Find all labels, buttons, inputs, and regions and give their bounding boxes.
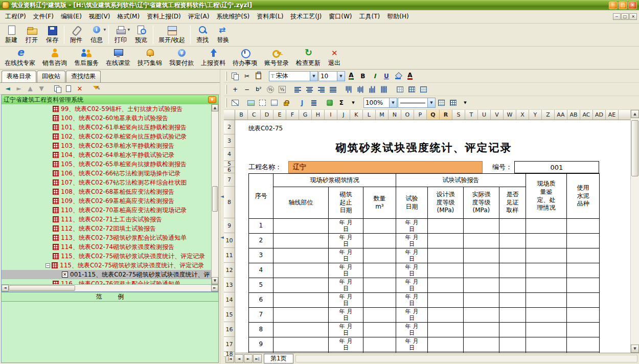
row-header-14[interactable]: 14 xyxy=(224,292,235,307)
cell-actual-row5[interactable] xyxy=(463,278,499,293)
collapse-arrow-icon[interactable]: ◄ xyxy=(220,194,224,199)
menu-item-3[interactable]: 编辑(E) xyxy=(57,10,85,23)
cell-test-date-row2[interactable]: 年 月日 xyxy=(396,234,427,248)
cell-axis-row4[interactable] xyxy=(273,263,328,278)
sheet-tab-page1[interactable]: 第1页 xyxy=(264,354,293,363)
header-witness[interactable]: 是否见证取样 xyxy=(499,187,526,219)
editor-scroll-up-button[interactable]: ▲ xyxy=(631,110,639,118)
header-build-date[interactable]: 砌筑起止日期 xyxy=(328,187,363,219)
row-header-13[interactable]: 13 xyxy=(224,278,235,292)
project-name-field[interactable]: 辽宁 xyxy=(288,161,483,173)
font-size-select[interactable]: 10 ▼ xyxy=(318,71,345,81)
row-header-18[interactable]: 18 xyxy=(224,352,235,357)
form-title[interactable]: 砌筑砂浆试块强度统计、评定记录 xyxy=(248,134,599,161)
autosum-button[interactable]: Σ xyxy=(336,98,347,108)
cell-test-date-row7[interactable]: 年 月日 xyxy=(396,308,427,323)
tree-item-17[interactable]: 115、统表C02-75砌筑砂浆试块强度统计、评定记录 xyxy=(2,252,211,261)
row-header-17[interactable]: 17 xyxy=(224,337,235,352)
mdi-close-button[interactable]: ✕ xyxy=(629,13,637,20)
border-color-button[interactable] xyxy=(448,98,459,108)
font-color-button[interactable]: A xyxy=(404,71,416,81)
decrease-button[interactable]: − xyxy=(241,84,253,95)
cell-seq-row7[interactable]: 7 xyxy=(248,308,273,323)
numbering-button[interactable] xyxy=(308,98,320,108)
tree-item-18[interactable]: −115、统表C02-75砌筑砂浆试块强度统计、评定记录 xyxy=(2,261,211,270)
new-node-button[interactable] xyxy=(63,83,74,94)
cell-cement-row6[interactable] xyxy=(566,293,599,308)
cell-site-quality-row1[interactable] xyxy=(526,219,566,234)
cell-seq-row4[interactable]: 4 xyxy=(248,263,273,278)
exit-button[interactable]: 退出 xyxy=(324,47,345,69)
column-header-AE[interactable]: AE xyxy=(606,110,619,120)
cell-test-date-row4[interactable]: 年 月日 xyxy=(396,263,427,278)
tree-item-9[interactable]: 107、统表C02-67钻芯法检测芯样综合柱状图 xyxy=(2,178,211,187)
cell-build-date-row5[interactable]: 年 月日 xyxy=(328,278,363,293)
cell-build-date-row7[interactable]: 年 月日 xyxy=(328,308,363,323)
menu-item-13[interactable]: 帮助(H) xyxy=(383,10,412,23)
cell-qty-row-partial[interactable] xyxy=(363,352,396,353)
editor-vertical-scrollbar[interactable]: ▲ ▼ xyxy=(630,110,639,353)
cell-axis-row2[interactable] xyxy=(273,234,328,248)
column-header-U[interactable]: U xyxy=(478,110,491,120)
tree-scroll-down-button[interactable]: ▼ xyxy=(212,277,218,284)
cell-axis-row-partial[interactable] xyxy=(273,352,328,353)
mdi-minimize-button[interactable]: ─ xyxy=(613,13,621,20)
menu-item-6[interactable]: 资料上报(D) xyxy=(143,10,185,23)
tree-item-15[interactable]: 113、统表C02-73砌筑砂浆配合比试验通知单 xyxy=(2,233,211,242)
cell-qty-row2[interactable] xyxy=(363,234,396,248)
cell-design-row8[interactable] xyxy=(427,323,463,337)
editor-scroll-down-button[interactable]: ▼ xyxy=(631,345,639,353)
open-button[interactable]: 打开 xyxy=(21,24,42,46)
cell-axis-row7[interactable] xyxy=(273,308,328,323)
zoom-arrow-icon[interactable]: ▼ xyxy=(389,98,397,107)
borders-dropdown[interactable]: ▼ xyxy=(460,98,471,108)
menu-item-7[interactable]: 评定(A) xyxy=(185,10,213,23)
next-sheet-button[interactable]: ► xyxy=(244,354,253,363)
cell-seq-row9[interactable]: 9 xyxy=(248,337,273,352)
tree-scroll-track[interactable] xyxy=(212,111,218,277)
cell-actual-row8[interactable] xyxy=(463,323,499,337)
tree-item-5[interactable]: 103、统表C02-63单桩水平静载检测报告 xyxy=(2,141,211,150)
cell-cement-row4[interactable] xyxy=(566,263,599,278)
header-qty[interactable]: 数量m³ xyxy=(363,187,396,219)
update-button[interactable]: 检查更新 xyxy=(292,47,324,69)
tree-item-8[interactable]: 106、统表C02-66钻芯法检测现场操作记录 xyxy=(2,169,211,178)
number-field[interactable]: 001 xyxy=(514,161,599,173)
tree-item-14[interactable]: 112、统表C02-72回填土试验报告 xyxy=(2,224,211,233)
row-header-4[interactable]: 4 xyxy=(224,148,235,161)
tree-item-10[interactable]: 108、统表C02-68基桩低应变法检测报告 xyxy=(2,187,211,196)
column-header-T[interactable]: T xyxy=(465,110,478,120)
font-family-select[interactable]: T 宋体 ▼ xyxy=(269,71,318,81)
column-header-Y[interactable]: Y xyxy=(529,110,542,120)
row-header-3[interactable]: 3 xyxy=(224,134,235,148)
cell-cement-row9[interactable] xyxy=(566,337,599,352)
cell-actual-row9[interactable] xyxy=(463,337,499,352)
column-header-N[interactable]: N xyxy=(389,110,401,120)
fraction-alt-button[interactable]: ½ xyxy=(277,84,288,95)
header-seq[interactable]: 序号 xyxy=(248,174,273,219)
grid-inner-borders-button[interactable] xyxy=(406,84,418,95)
row-header-7[interactable]: 7 xyxy=(224,173,235,187)
cut-button[interactable]: ✂ xyxy=(241,71,253,81)
cell-design-row9[interactable] xyxy=(427,337,463,352)
header-actual[interactable]: 实际强度等级(MPa) xyxy=(463,187,499,219)
attach-button[interactable]: 附件 xyxy=(66,24,86,46)
minimize-button[interactable]: ─ xyxy=(609,2,618,9)
info-dropdown-icon[interactable]: ▼ xyxy=(103,28,106,31)
filter-edit-button[interactable] xyxy=(90,83,101,94)
increase-button[interactable]: + xyxy=(230,84,241,95)
cell-qty-row6[interactable] xyxy=(363,293,396,308)
header-test-date[interactable]: 试验日期 xyxy=(396,187,427,219)
cell-cement-row8[interactable] xyxy=(566,323,599,337)
cell-build-date-row3[interactable]: 年 月日 xyxy=(328,248,363,263)
column-header-Z[interactable]: Z xyxy=(542,110,555,120)
upload-button[interactable]: 上报资料 xyxy=(197,47,229,69)
example-panel-header[interactable]: 范 例 xyxy=(1,292,219,302)
cell-cement-row5[interactable] xyxy=(566,278,599,293)
paste-button[interactable] xyxy=(253,71,264,81)
italic-button[interactable]: I xyxy=(369,71,380,81)
cell-test-date-row1[interactable]: 年 月日 xyxy=(396,219,427,234)
row-header-6[interactable]: 6 xyxy=(224,167,235,173)
row-header-10[interactable]: 10 xyxy=(224,233,235,248)
tree-root-row[interactable]: 辽宁省建筑工程资料管理系统 ▼ xyxy=(2,95,218,104)
